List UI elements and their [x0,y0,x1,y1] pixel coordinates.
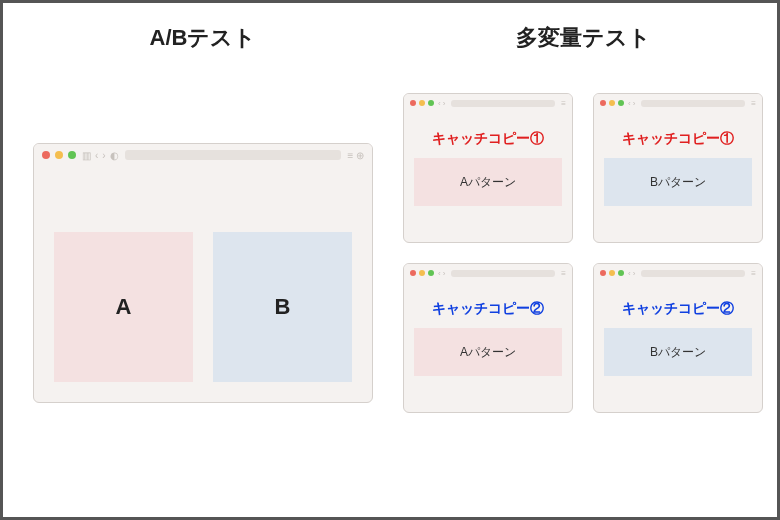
browser-body: キャッチコピー① Bパターン [594,112,762,242]
traffic-lights [42,151,76,159]
traffic-lights [600,270,624,276]
titlebar-controls: ‹› ≡ [438,269,566,278]
shield-icon: ◐ [110,150,119,161]
titlebar-controls: ▥ ‹ › ◐ ≡ ⊕ [82,150,364,161]
menu-icon: ≡ [561,269,566,278]
titlebar-controls: ‹› ≡ [628,269,756,278]
browser-body: キャッチコピー① Aパターン [404,112,572,242]
browser-body: A B [34,166,372,402]
nav-icons: ‹› [438,99,445,108]
catch-copy-label: キャッチコピー② [604,300,752,318]
maximize-icon [68,151,76,159]
diagram-container: A/Bテスト ▥ ‹ › ◐ ≡ ⊕ [33,23,747,497]
mv-cell-2: ‹› ≡ キャッチコピー① Bパターン [593,93,763,243]
ab-test-title: A/Bテスト [33,23,373,53]
variant-a-panel: A [54,232,193,382]
back-icon: ‹ [438,99,441,108]
maximize-icon [618,270,624,276]
minimize-icon [609,270,615,276]
back-icon: ‹ [95,150,98,161]
catch-copy-label: キャッチコピー① [604,130,752,148]
address-bar [125,150,342,160]
minimize-icon [55,151,63,159]
browser-body: キャッチコピー② Bパターン [594,282,762,412]
titlebar-controls: ‹› ≡ [628,99,756,108]
maximize-icon [428,270,434,276]
minimize-icon [419,100,425,106]
mv-cell-4: ‹› ≡ キャッチコピー② Bパターン [593,263,763,413]
traffic-lights [410,100,434,106]
multivariate-column: 多変量テスト ‹› ≡ キャッチコピー① [403,23,763,497]
nav-icons: ‹› [628,269,635,278]
maximize-icon [618,100,624,106]
multivariate-grid: ‹› ≡ キャッチコピー① Aパターン [403,93,763,413]
menu-icon: ≡ [561,99,566,108]
sidebar-icon: ▥ [82,150,91,161]
close-icon [600,100,606,106]
close-icon [42,151,50,159]
mv-cell-1: ‹› ≡ キャッチコピー① Aパターン [403,93,573,243]
back-icon: ‹ [628,99,631,108]
catch-copy-label: キャッチコピー① [414,130,562,148]
minimize-icon [609,100,615,106]
menu-icon: ≡ ⊕ [347,150,364,161]
menu-icon: ≡ [751,99,756,108]
variant-b-panel: B [213,232,352,382]
minimize-icon [419,270,425,276]
ab-test-column: A/Bテスト ▥ ‹ › ◐ ≡ ⊕ [33,23,373,497]
close-icon [600,270,606,276]
menu-icon: ≡ [751,269,756,278]
back-icon: ‹ [628,269,631,278]
pattern-block: Aパターン [414,328,562,376]
forward-icon: › [443,269,446,278]
forward-icon: › [443,99,446,108]
close-icon [410,100,416,106]
maximize-icon [428,100,434,106]
nav-icons: ‹› [438,269,445,278]
address-bar [641,270,745,277]
ab-panels: A B [44,176,362,392]
catch-copy-label: キャッチコピー② [414,300,562,318]
titlebar-controls: ‹› ≡ [438,99,566,108]
pattern-block: Bパターン [604,158,752,206]
address-bar [451,270,555,277]
nav-icons: ‹› [628,99,635,108]
ab-browser-frame: ▥ ‹ › ◐ ≡ ⊕ A B [33,143,373,403]
multivariate-title: 多変量テスト [403,23,763,53]
back-icon: ‹ [438,269,441,278]
browser-titlebar: ‹› ≡ [594,264,762,282]
mv-cell-3: ‹› ≡ キャッチコピー② Aパターン [403,263,573,413]
pattern-block: Aパターン [414,158,562,206]
forward-icon: › [633,99,636,108]
pattern-block: Bパターン [604,328,752,376]
forward-icon: › [102,150,105,161]
address-bar [451,100,555,107]
close-icon [410,270,416,276]
browser-titlebar: ‹› ≡ [404,264,572,282]
nav-icons: ▥ ‹ › ◐ [82,150,119,161]
forward-icon: › [633,269,636,278]
browser-body: キャッチコピー② Aパターン [404,282,572,412]
browser-titlebar: ‹› ≡ [404,94,572,112]
traffic-lights [600,100,624,106]
browser-titlebar: ‹› ≡ [594,94,762,112]
address-bar [641,100,745,107]
traffic-lights [410,270,434,276]
browser-titlebar: ▥ ‹ › ◐ ≡ ⊕ [34,144,372,166]
